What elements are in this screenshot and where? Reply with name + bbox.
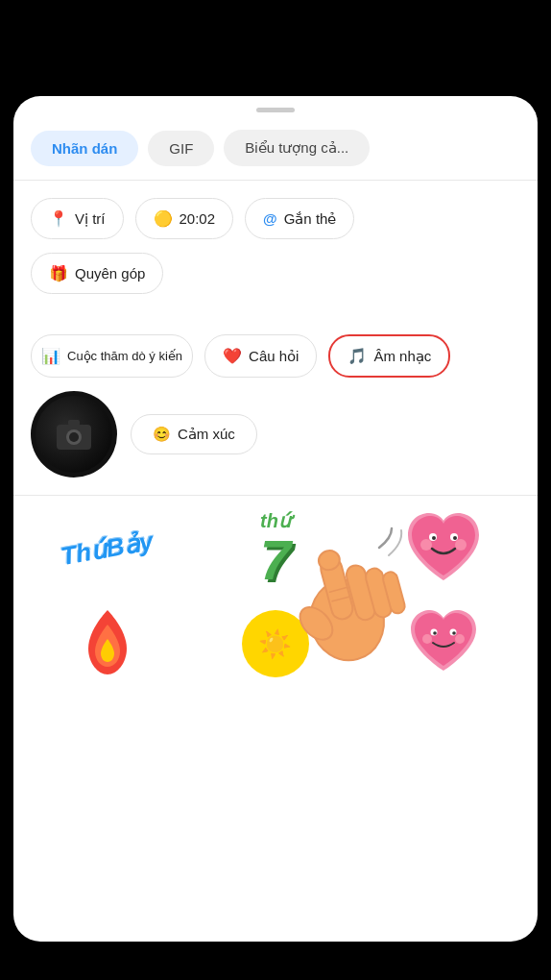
sticker-sun[interactable]: ☀️ — [191, 605, 359, 682]
heart-svg — [400, 508, 487, 590]
sticker-images-row: ThứBảy thứ 7 — [13, 496, 538, 601]
sticker-circle[interactable] — [31, 391, 117, 478]
svg-point-13 — [453, 631, 457, 635]
cau-hoi-icon: ❤️ — [223, 347, 242, 365]
svg-point-2 — [69, 432, 79, 442]
action-row-3: 📊 Cuộc thăm dò ý kiến ❤️ Câu hỏi 🎵 Âm nh… — [31, 334, 520, 378]
am-nhac-button[interactable]: 🎵 Âm nhạc — [328, 334, 450, 378]
tab-nhan-dan[interactable]: Nhãn dán — [31, 131, 138, 166]
svg-point-6 — [432, 536, 436, 540]
quyen-gop-button[interactable]: 🎁 Quyên góp — [31, 253, 163, 294]
tab-row: Nhãn dán GIF Biểu tượng cả... — [13, 122, 538, 180]
svg-rect-3 — [68, 420, 80, 426]
thu-7-num: 7 — [260, 532, 291, 588]
vi-tri-label: Vị trí — [75, 210, 106, 228]
sticker-circle-inner — [36, 396, 112, 473]
cau-hoi-button[interactable]: ❤️ Câu hỏi — [204, 334, 317, 378]
sticker-flame[interactable] — [23, 605, 191, 682]
tab-gif[interactable]: GIF — [148, 131, 214, 166]
gio-icon: 🟡 — [154, 209, 173, 228]
gan-the-label: Gắn thẻ — [284, 210, 337, 228]
phone-container: Nhãn dán GIF Biểu tượng cả... 📍 Vị trí 🟡… — [13, 96, 538, 942]
cam-xuc-label: Cảm xúc — [178, 426, 235, 443]
sticker-section: 😊 Cảm xúc — [13, 391, 538, 478]
action-row-2: 🎁 Quyên góp — [31, 253, 520, 294]
am-nhac-icon: 🎵 — [347, 347, 367, 365]
cuoc-tham-do-label: Cuộc thăm dò ý kiến — [67, 349, 182, 363]
svg-point-8 — [420, 539, 432, 551]
vi-tri-icon: 📍 — [49, 209, 68, 228]
thu-bay-text: ThứBảy — [59, 526, 156, 570]
sticker-row-cam-xuc: 😊 Cảm xúc — [31, 391, 520, 478]
quyen-gop-label: Quyên góp — [75, 265, 145, 282]
sticker-thu-7[interactable]: thứ 7 — [191, 496, 359, 601]
svg-point-12 — [434, 631, 438, 635]
quyen-gop-icon: 🎁 — [49, 264, 68, 282]
action-row-1: 📍 Vị trí 🟡 20:02 @ Gắn thẻ — [31, 198, 520, 239]
gan-the-button[interactable]: @ Gắn thẻ — [245, 198, 354, 239]
spacer — [31, 307, 520, 334]
svg-point-7 — [453, 536, 457, 540]
cam-xuc-button[interactable]: 😊 Cảm xúc — [131, 414, 257, 454]
sticker-thu-bay[interactable]: ThứBảy — [23, 496, 191, 601]
drag-handle — [256, 108, 295, 112]
gan-the-icon: @ — [263, 210, 277, 227]
gio-label: 20:02 — [180, 210, 216, 227]
am-nhac-label: Âm nhạc — [373, 348, 431, 365]
actions-area: 📍 Vị trí 🟡 20:02 @ Gắn thẻ 🎁 Quyên góp — [13, 181, 538, 378]
camera-svg — [55, 417, 93, 452]
flame-svg — [74, 605, 141, 682]
vi-tri-button[interactable]: 📍 Vị trí — [31, 198, 124, 239]
tab-bieu-tuong[interactable]: Biểu tượng cả... — [224, 130, 370, 166]
cam-xuc-icon: 😊 — [153, 426, 171, 443]
cuoc-tham-do-icon: 📊 — [41, 347, 60, 365]
sticker-bottom-row: ☀️ — [13, 605, 538, 682]
gio-button[interactable]: 🟡 20:02 — [135, 198, 234, 239]
cuoc-tham-do-button[interactable]: 📊 Cuộc thăm dò ý kiến — [31, 334, 193, 378]
sticker-heart-2[interactable] — [360, 605, 528, 682]
svg-point-15 — [455, 634, 465, 644]
cau-hoi-label: Câu hỏi — [249, 348, 299, 365]
svg-point-9 — [455, 539, 467, 551]
svg-point-14 — [422, 634, 432, 644]
heart2-svg — [405, 608, 482, 680]
sticker-heart[interactable] — [360, 496, 528, 601]
